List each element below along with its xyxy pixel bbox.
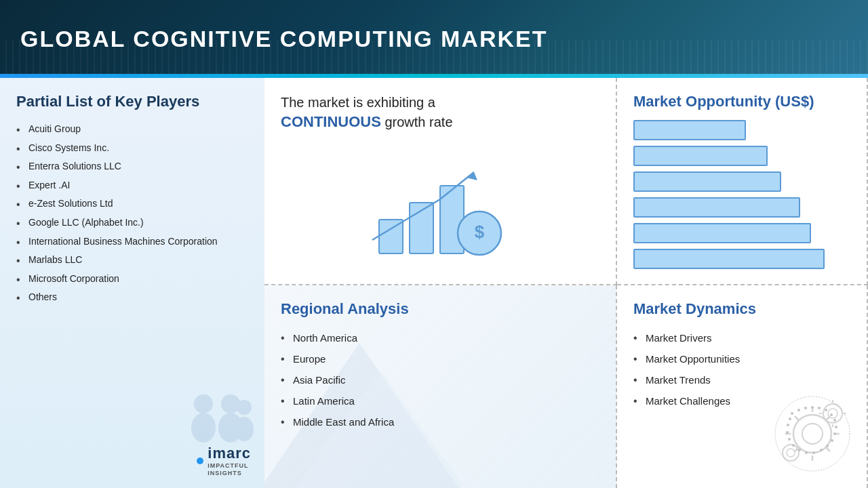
svg-line-21 [795, 416, 799, 420]
list-item: Marlabs LLC [16, 251, 248, 270]
regional-list: North America Europe Asia Pacific Latin … [281, 327, 599, 432]
key-players-title: Partial List of Key Players [16, 93, 248, 110]
gear-illustration [772, 393, 853, 474]
list-item: Market Opportunities [633, 348, 850, 369]
list-item: e-Zest Solutions Ltd [16, 195, 248, 214]
svg-point-44 [826, 445, 829, 447]
list-item: Expert .AI [16, 176, 248, 195]
list-item: Others [16, 288, 248, 307]
market-dynamics-section: Market Dynamics Market Drivers Market Op… [617, 285, 868, 488]
svg-point-31 [783, 445, 799, 461]
regional-title: Regional Analysis [281, 300, 599, 318]
header: GLOBAL COGNITIVE COMPUTING MARKET [0, 0, 868, 78]
bar-row [633, 146, 850, 166]
list-item: International Business Machines Corporat… [16, 232, 248, 251]
bar-2 [633, 146, 768, 166]
svg-point-38 [825, 409, 827, 411]
bar-row [633, 223, 850, 243]
imarc-dot [197, 458, 203, 464]
list-item: Microsoft Corporation [16, 270, 248, 289]
bar-5 [633, 223, 811, 243]
bar-chart [633, 120, 850, 269]
list-item: Market Drivers [633, 327, 850, 348]
svg-point-51 [786, 431, 789, 434]
bar-row [633, 249, 850, 269]
svg-point-26 [828, 409, 837, 418]
imarc-tagline: IMPACTFULINSIGHTS [208, 462, 251, 477]
svg-point-40 [833, 419, 836, 422]
svg-point-42 [833, 432, 836, 435]
imarc-name: imarc IMPACTFULINSIGHTS [208, 445, 251, 477]
gear-svg [772, 393, 853, 474]
list-item: Middle East and Africa [281, 411, 599, 432]
svg-point-53 [789, 418, 791, 420]
svg-point-10 [237, 400, 252, 415]
svg-point-46 [812, 451, 815, 454]
list-item: Asia Pacific [281, 369, 599, 390]
svg-line-24 [826, 447, 830, 451]
growth-highlight: CONTINUOUS [281, 113, 381, 130]
regional-analysis-section: Regional Analysis North America Europe A… [264, 285, 617, 488]
list-item: Market Trends [633, 369, 850, 390]
svg-point-33 [791, 412, 793, 415]
list-item: Google LLC (Alphabet Inc.) [16, 214, 248, 232]
bar-1 [633, 120, 746, 140]
main-content: The market is exhibiting aCONTINUOUS gro… [0, 78, 868, 488]
svg-point-37 [818, 407, 821, 409]
list-item: North America [281, 327, 599, 348]
growth-text-after: growth rate [384, 115, 452, 129]
svg-point-36 [811, 406, 814, 409]
growth-section: The market is exhibiting aCONTINUOUS gro… [264, 78, 617, 285]
svg-point-35 [804, 407, 807, 409]
bar-4 [633, 197, 800, 218]
bar-row [633, 120, 850, 140]
svg-point-6 [194, 394, 213, 413]
imarc-logo: imarc IMPACTFULINSIGHTS [197, 445, 251, 477]
key-players-list: Acuiti Group Cisco Systems Inc. Enterra … [16, 120, 248, 307]
svg-point-47 [805, 451, 808, 454]
market-dynamics-title: Market Dynamics [633, 300, 850, 318]
svg-point-43 [831, 439, 833, 442]
svg-point-16 [802, 424, 823, 444]
svg-point-50 [788, 438, 791, 441]
growth-description: The market is exhibiting aCONTINUOUS gro… [281, 93, 599, 133]
bar-row [633, 171, 850, 192]
list-item: Acuiti Group [16, 120, 248, 139]
svg-point-25 [823, 404, 842, 423]
bar-6 [633, 249, 825, 269]
svg-point-32 [787, 449, 795, 457]
list-item: Cisco Systems Inc. [16, 139, 248, 158]
svg-point-34 [797, 409, 800, 411]
market-opportunity-section: Market Opportunity (US$) [617, 78, 868, 285]
market-opportunity-title: Market Opportunity (US$) [633, 93, 850, 110]
svg-point-11 [235, 417, 254, 441]
growth-svg: $ [366, 152, 515, 260]
svg-text:$: $ [475, 222, 485, 242]
svg-point-8 [221, 394, 240, 413]
svg-point-7 [191, 413, 216, 443]
growth-text-before: The market is exhibiting a [281, 95, 435, 110]
svg-point-45 [820, 449, 823, 451]
svg-point-41 [835, 426, 837, 428]
key-players-section: Partial List of Key Players Acuiti Group… [0, 78, 264, 488]
list-item: Latin America [281, 390, 599, 411]
svg-point-49 [792, 444, 795, 447]
bar-3 [633, 171, 781, 192]
list-item: Europe [281, 348, 599, 369]
svg-point-39 [830, 413, 833, 416]
growth-illustration: $ [281, 152, 599, 260]
svg-point-52 [787, 424, 789, 426]
page-title: GLOBAL COGNITIVE COMPUTING MARKET [20, 26, 547, 52]
list-item: Enterra Solutions LLC [16, 157, 248, 176]
bar-row [633, 197, 850, 218]
svg-point-48 [798, 449, 801, 451]
